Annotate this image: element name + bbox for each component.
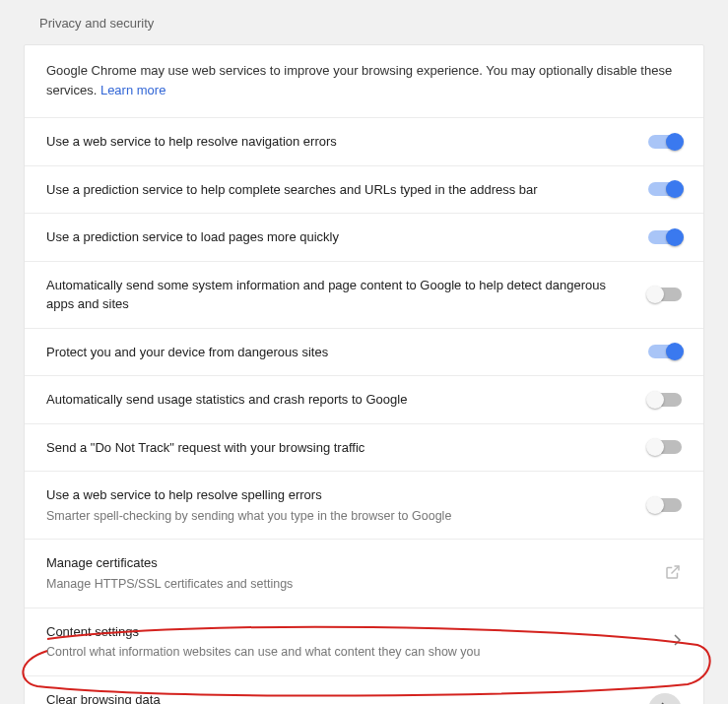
row-prediction-pages: Use a prediction service to load pages m…	[25, 214, 703, 262]
row-label: Use a prediction service to load pages m…	[46, 227, 625, 247]
row-clear-browsing-data[interactable]: Clear browsing data Clear history, cooki…	[25, 676, 703, 704]
toggle-prediction-search[interactable]	[648, 182, 682, 196]
row-label: Protect you and your device from dangero…	[46, 343, 625, 362]
clear-browsing-data-button[interactable]	[648, 693, 682, 704]
row-label: Manage certificates	[46, 553, 640, 573]
toggle-protect-device[interactable]	[648, 345, 682, 358]
chevron-right-icon	[674, 634, 682, 649]
toggle-usage-stats[interactable]	[648, 393, 682, 407]
row-label: Automatically send some system informati…	[46, 276, 625, 314]
settings-card: Google Chrome may use web services to im…	[24, 44, 704, 704]
section-title: Privacy and security	[0, 0, 728, 44]
toggle-do-not-track[interactable]	[648, 440, 682, 454]
row-usage-stats: Automatically send usage statistics and …	[25, 376, 703, 424]
row-sublabel: Control what information websites can us…	[46, 643, 650, 662]
row-label: Use a prediction service to help complet…	[46, 180, 625, 200]
intro-text: Google Chrome may use web services to im…	[25, 45, 703, 118]
row-label: Use a web service to help resolve naviga…	[46, 132, 625, 152]
row-label: Send a "Do Not Track" request with your …	[46, 438, 625, 458]
row-label: Use a web service to help resolve spelli…	[46, 485, 625, 505]
row-manage-certificates[interactable]: Manage certificates Manage HTTPS/SSL cer…	[25, 540, 703, 608]
external-link-icon	[664, 563, 682, 584]
toggle-prediction-pages[interactable]	[648, 230, 682, 244]
row-prediction-search: Use a prediction service to help complet…	[25, 166, 703, 215]
toggle-safe-browsing-reports[interactable]	[648, 288, 682, 301]
row-spelling: Use a web service to help resolve spelli…	[25, 472, 703, 540]
row-label: Automatically send usage statistics and …	[46, 390, 625, 410]
row-label: Content settings	[46, 622, 650, 642]
row-label: Clear browsing data	[46, 690, 625, 704]
row-do-not-track: Send a "Do Not Track" request with your …	[25, 424, 703, 473]
row-protect-device: Protect you and your device from dangero…	[25, 329, 703, 377]
row-safe-browsing-reports: Automatically send some system informati…	[25, 262, 703, 329]
row-sublabel: Manage HTTPS/SSL certificates and settin…	[46, 575, 640, 594]
toggle-navigation-errors[interactable]	[648, 135, 682, 149]
row-content-settings[interactable]: Content settings Control what informatio…	[25, 608, 703, 676]
learn-more-link[interactable]: Learn more	[100, 83, 165, 97]
toggle-spelling[interactable]	[648, 498, 682, 512]
row-sublabel: Smarter spell-checking by sending what y…	[46, 507, 625, 526]
row-navigation-errors: Use a web service to help resolve naviga…	[25, 118, 703, 166]
